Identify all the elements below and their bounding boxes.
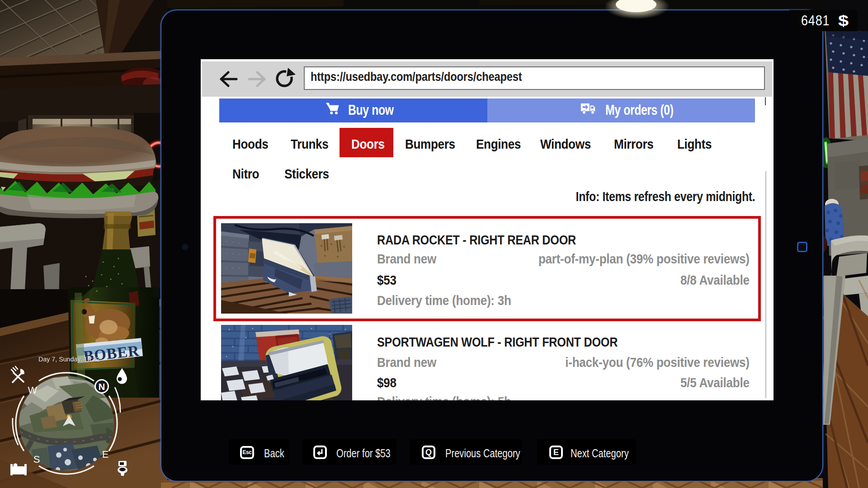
svg-text:W: W xyxy=(28,385,38,396)
svg-text:S: S xyxy=(33,454,40,465)
svg-text:E: E xyxy=(102,449,109,460)
svg-text:N: N xyxy=(99,382,105,392)
